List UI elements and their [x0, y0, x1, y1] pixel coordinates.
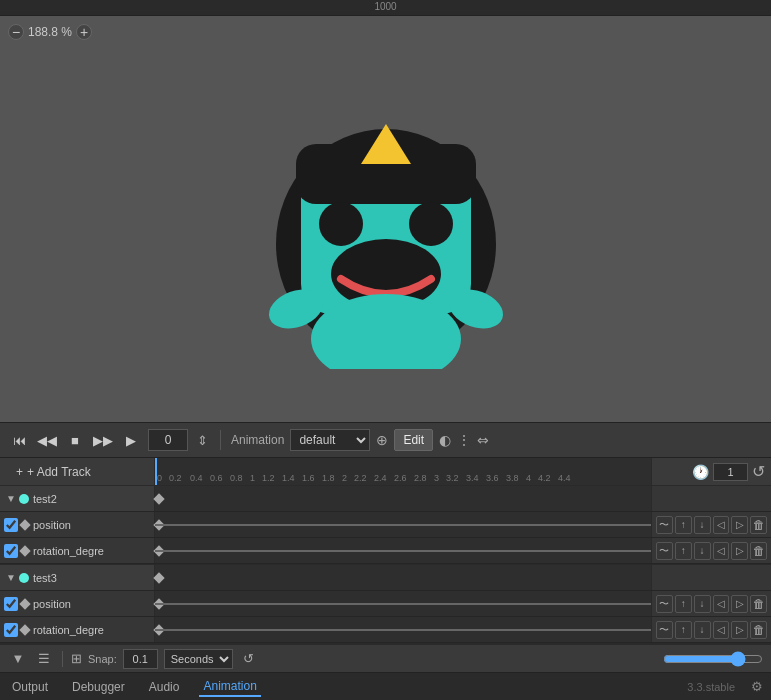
step-back-button[interactable]: ◀◀ — [36, 429, 58, 451]
delete-btn-test3-position[interactable]: 🗑 — [750, 595, 767, 613]
curve-btn-test3-rotation[interactable]: 〜 — [656, 621, 673, 639]
track-timeline-test2-rotation[interactable] — [155, 538, 651, 563]
up-btn-test3-position[interactable]: ↑ — [675, 595, 692, 613]
snap-value-input[interactable] — [123, 649, 158, 669]
next-key-btn-test3-position[interactable]: ▷ — [731, 595, 748, 613]
clock-icon[interactable]: 🕐 — [692, 464, 709, 480]
up-btn-test2-position[interactable]: ↑ — [675, 516, 692, 534]
track-expand-icon[interactable]: ▼ — [6, 493, 16, 504]
skip-to-start-button[interactable]: ⏮ — [8, 429, 30, 451]
marker-3: 3 — [434, 473, 439, 483]
marker-14: 1.4 — [282, 473, 295, 483]
curve-btn-test2-rotation[interactable]: 〜 — [656, 542, 673, 560]
track-check-test3-rotation[interactable] — [4, 623, 18, 637]
track-row-test2-position: position 〜 ↑ ↓ ◁ ▷ 🗑 — [0, 512, 771, 538]
timeline-right-controls: 🕐 ↺ — [651, 458, 771, 485]
keyframe-test2[interactable] — [153, 493, 164, 504]
animation-add-icon[interactable]: ⊕ — [376, 432, 388, 448]
timeline-zoom-slider[interactable] — [663, 651, 763, 667]
marker-12: 1.2 — [262, 473, 275, 483]
track-check-test2-position[interactable] — [4, 518, 18, 532]
tab-debugger[interactable]: Debugger — [68, 678, 129, 696]
timeline: + + Add Track 0 0.2 0.4 0.6 0.8 1 1.2 1.… — [0, 458, 771, 672]
prev-key-btn-test3-position[interactable]: ◁ — [713, 595, 730, 613]
prev-key-btn-test2-position[interactable]: ◁ — [713, 516, 730, 534]
track-name-test2-position: position — [33, 519, 150, 531]
tint-icon[interactable]: ◐ — [439, 432, 451, 448]
down-btn-test2-rotation[interactable]: ↓ — [694, 542, 711, 560]
more-options-icon[interactable]: ⋮ — [457, 432, 471, 448]
snap-icon[interactable]: ⊞ — [71, 651, 82, 666]
marker-42: 4.2 — [538, 473, 551, 483]
track-timeline-test3-position[interactable] — [155, 591, 651, 616]
track-timeline-test2[interactable] — [155, 486, 651, 511]
marker-0: 0 — [157, 473, 162, 483]
track-row-test3-rotation: rotation_degre 〜 ↑ ↓ ◁ ▷ 🗑 — [0, 617, 771, 643]
next-key-btn-test3-rotation[interactable]: ▷ — [731, 621, 748, 639]
track-line-test3-position — [155, 603, 651, 605]
marker-18: 1.8 — [322, 473, 335, 483]
down-btn-test3-position[interactable]: ↓ — [694, 595, 711, 613]
track-check-test3-position[interactable] — [4, 597, 18, 611]
down-btn-test3-rotation[interactable]: ↓ — [694, 621, 711, 639]
prev-key-btn-test2-rotation[interactable]: ◁ — [713, 542, 730, 560]
track-expand-icon-test3[interactable]: ▼ — [6, 572, 16, 583]
tab-output[interactable]: Output — [8, 678, 52, 696]
add-track-button[interactable]: + + Add Track — [8, 458, 163, 485]
delete-btn-test2-position[interactable]: 🗑 — [750, 516, 767, 534]
footer-settings-icon[interactable]: ⚙ — [751, 679, 763, 694]
layout-icon[interactable]: ⇔ — [477, 432, 489, 448]
track-group-name-test2: test2 — [33, 493, 150, 505]
tab-animation[interactable]: Animation — [199, 677, 260, 697]
up-btn-test3-rotation[interactable]: ↑ — [675, 621, 692, 639]
loop-toggle-button[interactable]: ↺ — [239, 649, 259, 669]
track-timeline-test3[interactable] — [155, 565, 651, 590]
add-track-label: + Add Track — [27, 465, 91, 479]
zoom-controls: − 188.8 % + — [8, 24, 92, 40]
down-btn-test2-position[interactable]: ↓ — [694, 516, 711, 534]
list-button[interactable]: ☰ — [34, 649, 54, 669]
zoom-plus-button[interactable]: + — [76, 24, 92, 40]
tab-audio[interactable]: Audio — [145, 678, 184, 696]
track-controls-test2-position: 〜 ↑ ↓ ◁ ▷ 🗑 — [651, 512, 771, 537]
track-timeline-test2-position[interactable] — [155, 512, 651, 537]
track-timeline-test3-rotation[interactable] — [155, 617, 651, 642]
seconds-select[interactable]: Seconds Frames — [164, 649, 233, 669]
track-row-test3-position: position 〜 ↑ ↓ ◁ ▷ 🗑 — [0, 591, 771, 617]
next-key-btn-test2-rotation[interactable]: ▷ — [731, 542, 748, 560]
edit-button[interactable]: Edit — [394, 429, 433, 451]
marker-28: 2.8 — [414, 473, 427, 483]
keyframe-test3[interactable] — [153, 572, 164, 583]
track-group-test3: ▼ test3 position 〜 ↑ ↓ — [0, 565, 771, 644]
play-button[interactable]: ▶ — [120, 429, 142, 451]
up-btn-test2-rotation[interactable]: ↑ — [675, 542, 692, 560]
zoom-minus-button[interactable]: − — [8, 24, 24, 40]
frame-arrows-icon[interactable]: ⇕ — [194, 432, 210, 448]
loop-count-input[interactable] — [713, 463, 748, 481]
zoom-level: 188.8 % — [28, 25, 72, 39]
svg-point-5 — [409, 202, 453, 246]
marker-24: 2.4 — [374, 473, 387, 483]
marker-2: 2 — [342, 473, 347, 483]
track-controls-test3-position: 〜 ↑ ↓ ◁ ▷ 🗑 — [651, 591, 771, 616]
stop-button[interactable]: ■ — [64, 429, 86, 451]
track-controls-test2 — [651, 486, 771, 511]
track-color-test3 — [19, 573, 29, 583]
character-preview — [236, 69, 536, 369]
track-info-test2-position: position — [0, 512, 155, 537]
curve-btn-test3-position[interactable]: 〜 — [656, 595, 673, 613]
timeline-header: + + Add Track 0 0.2 0.4 0.6 0.8 1 1.2 1.… — [0, 458, 771, 486]
filter-button[interactable]: ▼ — [8, 649, 28, 669]
track-diamond-test2-rotation — [19, 545, 30, 556]
delete-btn-test3-rotation[interactable]: 🗑 — [750, 621, 767, 639]
loop-icon[interactable]: ↺ — [752, 462, 765, 481]
next-key-btn-test2-position[interactable]: ▷ — [731, 516, 748, 534]
animation-select[interactable]: default — [290, 429, 370, 451]
step-forward-button[interactable]: ▶▶ — [92, 429, 114, 451]
prev-key-btn-test3-rotation[interactable]: ◁ — [713, 621, 730, 639]
track-check-test2-rotation[interactable] — [4, 544, 18, 558]
marker-32: 3.2 — [446, 473, 459, 483]
curve-btn-test2-position[interactable]: 〜 — [656, 516, 673, 534]
frame-input[interactable] — [148, 429, 188, 451]
delete-btn-test2-rotation[interactable]: 🗑 — [750, 542, 767, 560]
